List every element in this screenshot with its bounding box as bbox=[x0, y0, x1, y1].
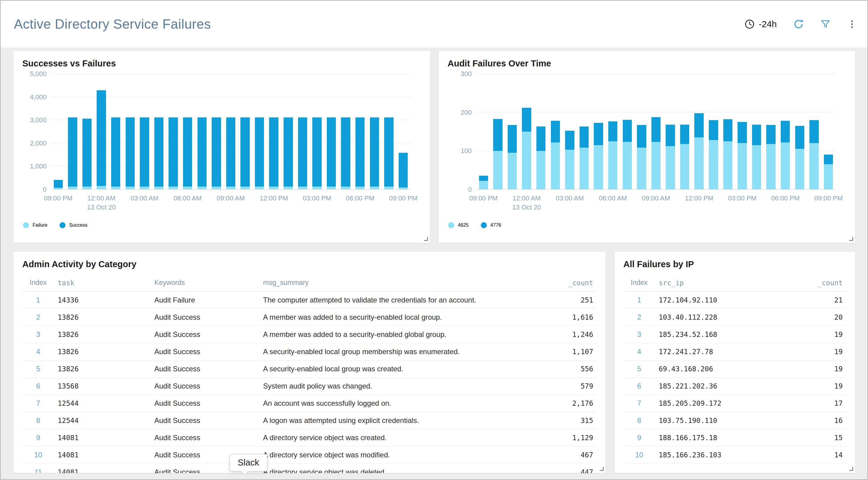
bar-segment-success[interactable] bbox=[255, 118, 264, 186]
bar-segment-4625[interactable] bbox=[723, 141, 733, 189]
table-row[interactable]: 1114081Audit SuccessA directory service … bbox=[22, 464, 597, 473]
column-header-task[interactable]: task bbox=[54, 274, 151, 292]
bar-segment-success[interactable] bbox=[284, 118, 293, 186]
panel-resize-handle[interactable] bbox=[849, 237, 853, 241]
bar-segment-4625[interactable] bbox=[565, 150, 574, 189]
bar-segment-4625[interactable] bbox=[766, 144, 775, 189]
time-range-button[interactable]: -24h bbox=[744, 19, 777, 30]
legend-item-failure[interactable]: Failure bbox=[23, 222, 48, 228]
bar-segment-success[interactable] bbox=[399, 153, 408, 188]
bar-segment-success[interactable] bbox=[97, 90, 106, 186]
bar-segment-4625[interactable] bbox=[551, 142, 560, 189]
bar-segment-4625[interactable] bbox=[522, 132, 531, 189]
table-row[interactable]: 213826Audit SuccessA member was added to… bbox=[22, 309, 597, 326]
table-row[interactable]: 6185.221.202.3619 bbox=[623, 378, 846, 395]
bar-segment-4625[interactable] bbox=[781, 142, 790, 189]
bar-segment-4625[interactable] bbox=[508, 153, 517, 189]
bar-segment-failure[interactable] bbox=[183, 187, 192, 189]
bar-segment-4776[interactable] bbox=[781, 121, 790, 142]
bar-segment-4625[interactable] bbox=[809, 143, 818, 189]
bar-segment-failure[interactable] bbox=[126, 187, 135, 189]
kebab-menu-button[interactable] bbox=[847, 19, 857, 29]
table-row[interactable]: 114336Audit FailureThe computer attempte… bbox=[22, 292, 597, 309]
refresh-button[interactable] bbox=[793, 19, 804, 30]
table-row[interactable]: 4172.241.27.7819 bbox=[623, 343, 846, 360]
bar-segment-success[interactable] bbox=[183, 118, 192, 186]
bar-segment-success[interactable] bbox=[341, 118, 350, 186]
bar-segment-4776[interactable] bbox=[795, 126, 804, 149]
bar-segment-success[interactable] bbox=[83, 119, 92, 187]
bar-segment-4776[interactable] bbox=[551, 121, 560, 142]
table-row[interactable]: 569.43.168.20619 bbox=[623, 360, 846, 378]
legend-item-4625[interactable]: 4625 bbox=[448, 222, 469, 228]
bar-segment-failure[interactable] bbox=[197, 187, 207, 189]
bar-segment-4776[interactable] bbox=[637, 125, 646, 148]
table-row[interactable]: 914081Audit SuccessA directory service o… bbox=[22, 429, 597, 447]
bar-segment-4776[interactable] bbox=[694, 113, 704, 137]
bar-segment-failure[interactable] bbox=[255, 187, 264, 189]
panel-resize-handle[interactable] bbox=[600, 467, 604, 471]
bar-segment-4776[interactable] bbox=[493, 119, 502, 151]
table-row[interactable]: 7185.205.209.17217 bbox=[623, 395, 846, 412]
bar-segment-4776[interactable] bbox=[680, 125, 689, 144]
bar-segment-failure[interactable] bbox=[240, 187, 249, 189]
legend-item-4776[interactable]: 4776 bbox=[481, 222, 501, 228]
bar-segment-4776[interactable] bbox=[536, 127, 546, 151]
bar-segment-4625[interactable] bbox=[680, 144, 689, 189]
bar-segment-success[interactable] bbox=[154, 118, 163, 186]
column-header-index[interactable]: Index bbox=[623, 274, 655, 292]
bar-segment-success[interactable] bbox=[226, 118, 235, 186]
bar-segment-success[interactable] bbox=[111, 118, 120, 186]
bar-segment-4625[interactable] bbox=[795, 149, 804, 189]
table-row[interactable]: 2103.40.112.22820 bbox=[623, 309, 846, 326]
bar-segment-success[interactable] bbox=[240, 118, 249, 186]
bar-segment-4776[interactable] bbox=[752, 125, 761, 145]
bar-segment-success[interactable] bbox=[197, 118, 207, 186]
bar-segment-success[interactable] bbox=[298, 118, 307, 186]
column-header-keywords[interactable]: Keywords bbox=[151, 274, 259, 292]
table-row[interactable]: 513826Audit SuccessA security-enabled lo… bbox=[22, 360, 597, 378]
bar-segment-success[interactable] bbox=[370, 118, 379, 186]
bar-segment-4776[interactable] bbox=[709, 120, 718, 140]
column-header-index[interactable]: Index bbox=[22, 274, 54, 292]
bar-segment-4625[interactable] bbox=[594, 145, 603, 189]
bar-segment-failure[interactable] bbox=[269, 187, 278, 189]
bar-segment-failure[interactable] bbox=[97, 186, 106, 189]
bar-segment-4776[interactable] bbox=[479, 176, 488, 181]
bar-segment-4776[interactable] bbox=[824, 155, 833, 164]
bar-segment-4776[interactable] bbox=[508, 125, 517, 153]
table-row[interactable]: 1014081Audit SuccessA directory service … bbox=[22, 447, 597, 464]
column-header-_count[interactable]: _count bbox=[801, 274, 846, 292]
bar-segment-success[interactable] bbox=[327, 118, 336, 186]
bar-segment-success[interactable] bbox=[212, 118, 221, 186]
bar-segment-failure[interactable] bbox=[298, 187, 307, 189]
bar-segment-success[interactable] bbox=[54, 180, 63, 188]
table-row[interactable]: 8103.75.190.11016 bbox=[623, 412, 846, 429]
bar-segment-4625[interactable] bbox=[536, 151, 546, 189]
table-row[interactable]: 413826Audit SuccessA security-enabled lo… bbox=[22, 343, 597, 360]
column-header-_count[interactable]: _count bbox=[546, 274, 597, 292]
bar-segment-4776[interactable] bbox=[665, 125, 675, 146]
bar-segment-failure[interactable] bbox=[370, 187, 379, 189]
bar-segment-failure[interactable] bbox=[341, 187, 350, 189]
bar-segment-success[interactable] bbox=[312, 118, 321, 186]
bar-segment-failure[interactable] bbox=[226, 187, 235, 189]
bar-segment-failure[interactable] bbox=[384, 187, 393, 189]
table-row[interactable]: 9188.166.175.1815 bbox=[623, 429, 846, 447]
bar-segment-failure[interactable] bbox=[312, 187, 321, 189]
bar-segment-4625[interactable] bbox=[738, 143, 747, 189]
bar-segment-4776[interactable] bbox=[723, 119, 733, 141]
panel-resize-handle[interactable] bbox=[424, 237, 428, 241]
bar-segment-4625[interactable] bbox=[651, 142, 660, 189]
bar-segment-failure[interactable] bbox=[355, 187, 365, 189]
bar-segment-4625[interactable] bbox=[709, 140, 718, 189]
panel-resize-handle[interactable] bbox=[849, 467, 853, 471]
legend-item-success[interactable]: Success bbox=[60, 222, 87, 228]
bar-segment-4776[interactable] bbox=[809, 120, 818, 143]
bar-segment-4625[interactable] bbox=[479, 181, 488, 189]
bar-segment-4625[interactable] bbox=[694, 137, 704, 189]
bar-segment-4625[interactable] bbox=[623, 142, 632, 189]
bar-segment-4625[interactable] bbox=[580, 148, 589, 189]
bar-segment-success[interactable] bbox=[384, 118, 393, 186]
bar-segment-4625[interactable] bbox=[608, 141, 617, 189]
